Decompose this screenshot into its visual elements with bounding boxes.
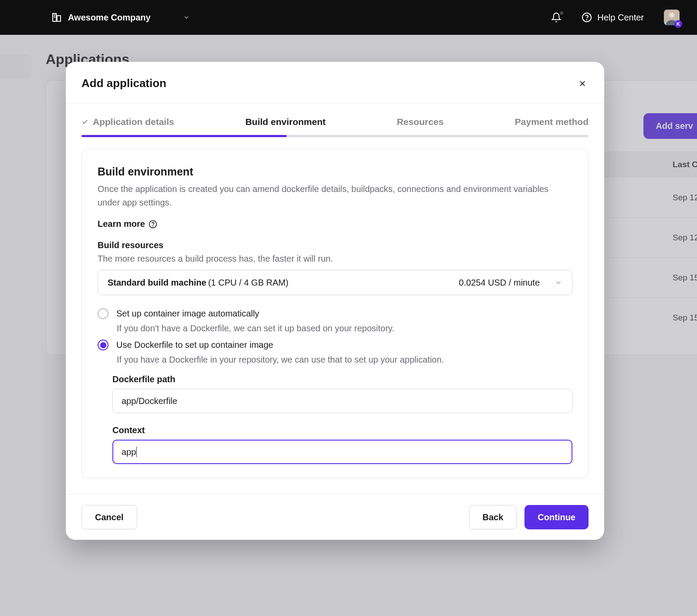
company-selector[interactable]: Awesome Company — [51, 12, 190, 23]
context-field: Context app — [112, 425, 572, 464]
radio-auto-setup[interactable]: Set up container image automatically — [98, 308, 572, 319]
radio-help-text: If you have a Dockerfile in your reposit… — [117, 355, 572, 365]
step-resources[interactable]: Resources — [397, 117, 443, 135]
text-cursor — [136, 447, 137, 457]
section-title: Build environment — [98, 165, 572, 178]
context-input[interactable]: app — [112, 440, 572, 464]
build-environment-form: Build environment Once the application i… — [81, 148, 589, 478]
notifications-button[interactable] — [551, 12, 562, 23]
modal-title: Add application — [81, 77, 166, 90]
top-bar: Awesome Company Help Center — [0, 0, 697, 35]
close-button[interactable] — [576, 77, 589, 90]
avatar-badge: K — [674, 20, 682, 28]
check-icon — [81, 118, 88, 125]
step-label: Resources — [397, 117, 443, 127]
stepper-progress — [81, 135, 589, 137]
radio-use-dockerfile[interactable]: Use Dockerfile to set up container image — [98, 340, 572, 350]
learn-more-label: Learn more — [98, 219, 145, 229]
svg-point-10 — [670, 13, 674, 17]
avatar[interactable]: K — [664, 10, 680, 25]
add-application-modal: Add application Application details Buil… — [66, 62, 604, 540]
radio-dot — [100, 342, 106, 348]
back-button[interactable]: Back — [469, 505, 517, 529]
dockerfile-path-input[interactable] — [112, 389, 572, 413]
help-icon — [149, 220, 157, 229]
radio-help-text: If you don't have a Dockerfile, we can s… — [117, 323, 572, 333]
container-setup-radio-group: Set up container image automatically If … — [98, 308, 572, 365]
modal-footer: Cancel Back Continue — [66, 494, 604, 540]
cancel-button[interactable]: Cancel — [81, 505, 137, 529]
company-name: Awesome Company — [68, 13, 151, 23]
chevron-down-icon — [555, 279, 562, 286]
build-machine-select[interactable]: Standard build machine (1 CPU / 4 GB RAM… — [98, 270, 572, 295]
step-application-details[interactable]: Application details — [81, 117, 174, 135]
help-center-label: Help Center — [597, 13, 644, 23]
svg-rect-1 — [57, 16, 61, 21]
step-label: Payment method — [515, 117, 589, 127]
section-description: Once the application is created you can … — [98, 182, 568, 209]
radio-label: Set up container image automatically — [116, 309, 259, 319]
context-input-value: app — [122, 447, 136, 457]
field-label: Context — [112, 425, 572, 435]
select-machine-spec: (1 CPU / 4 GB RAM) — [208, 278, 288, 288]
company-icon — [51, 12, 62, 23]
select-machine-price: 0.0254 USD / minute — [459, 278, 540, 288]
help-center-link[interactable]: Help Center — [582, 12, 644, 23]
stepper: Application details Build environment Re… — [66, 104, 604, 135]
radio-icon — [98, 308, 108, 319]
learn-more-link[interactable]: Learn more — [98, 219, 157, 229]
chevron-down-icon — [183, 14, 190, 21]
svg-point-14 — [153, 226, 153, 226]
dockerfile-path-field: Dockerfile path — [112, 374, 572, 413]
field-label: Dockerfile path — [112, 374, 572, 384]
build-resources-label: Build resources — [98, 240, 572, 250]
topbar-right: Help Center K — [551, 10, 680, 25]
modal-header: Add application — [66, 62, 604, 104]
continue-button[interactable]: Continue — [524, 505, 589, 529]
svg-point-6 — [587, 20, 587, 20]
step-payment-method[interactable]: Payment method — [515, 117, 589, 135]
help-icon — [582, 12, 592, 23]
step-build-environment[interactable]: Build environment — [245, 117, 325, 135]
build-resources-desc: The more resources a build process has, … — [98, 254, 572, 264]
radio-label: Use Dockerfile to set up container image — [116, 340, 273, 350]
notification-dot — [560, 11, 563, 15]
step-label: Application details — [93, 117, 174, 127]
stepper-progress-fill — [81, 135, 287, 137]
radio-icon — [98, 340, 108, 350]
select-machine-name: Standard build machine — [108, 278, 206, 288]
step-label: Build environment — [245, 117, 325, 127]
